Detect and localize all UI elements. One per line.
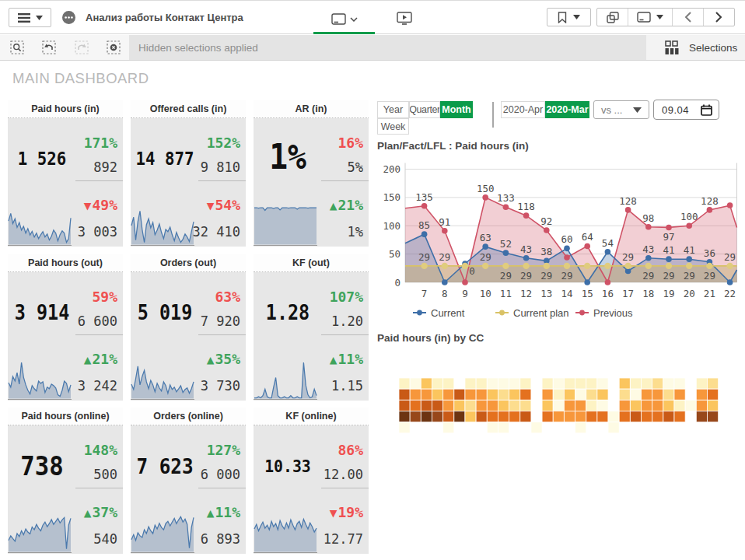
heatmap-cell[interactable] [443, 411, 454, 422]
legend-item-previous[interactable]: Previous [575, 306, 633, 319]
heatmap-cell[interactable] [421, 389, 432, 400]
heatmap-cell[interactable] [564, 411, 575, 422]
filter-item-week[interactable]: Week [377, 118, 409, 135]
heatmap-cell[interactable] [476, 400, 487, 411]
heatmap-cell[interactable] [630, 389, 641, 400]
heatmap-cell[interactable] [498, 389, 509, 400]
heatmap-cell[interactable] [642, 389, 652, 400]
filter-item-quarter[interactable]: Quarter [409, 101, 440, 118]
heatmap-cell[interactable] [443, 400, 454, 411]
heatmap-cell[interactable] [410, 411, 421, 422]
previous-sheet-button[interactable] [673, 9, 704, 26]
heatmap-cell[interactable] [696, 389, 707, 400]
heatmap-cell[interactable] [465, 378, 476, 389]
sheet-navigation-tab[interactable] [313, 5, 375, 33]
heatmap-cell[interactable] [642, 400, 652, 411]
heatmap-cell[interactable] [487, 378, 498, 389]
filter-item-month[interactable]: Month [440, 101, 473, 118]
heatmap-cell[interactable] [542, 389, 553, 400]
heatmap-cell[interactable] [553, 378, 564, 389]
linechart[interactable]: 0501001502007891011121314151617181920212… [373, 152, 745, 308]
heatmap-cell[interactable] [487, 411, 498, 422]
heatmap-cell[interactable] [476, 389, 487, 400]
heatmap-cell[interactable] [553, 389, 564, 400]
heatmap-cell[interactable] [619, 378, 630, 389]
heatmap-cell[interactable] [399, 422, 410, 433]
heatmap-cell[interactable] [410, 389, 421, 400]
heatmap-cell[interactable] [586, 411, 597, 422]
heatmap-cell[interactable] [707, 411, 718, 422]
heatmap-cell[interactable] [564, 378, 575, 389]
heatmap-cell[interactable] [630, 400, 641, 411]
selections-forward-button[interactable] [75, 40, 89, 54]
next-sheet-button[interactable] [704, 9, 734, 26]
heatmap-cell[interactable] [399, 400, 410, 411]
heatmap-cell[interactable] [399, 378, 410, 389]
heatmap-cell[interactable] [531, 422, 542, 433]
heatmap-cell[interactable] [509, 389, 520, 400]
heatmap-cell[interactable] [663, 400, 674, 411]
heatmap-cell[interactable] [498, 378, 509, 389]
date-input[interactable]: 09.04 [653, 100, 719, 120]
kpi-card[interactable]: KF (online)10.3386%12.00▼19%12.77 [254, 408, 369, 554]
heatmap-cell[interactable] [520, 411, 531, 422]
heatmap-cell[interactable] [520, 389, 531, 400]
heatmap-cell[interactable] [597, 400, 608, 411]
heatmap-cell[interactable] [410, 378, 421, 389]
heatmap-cell[interactable] [642, 378, 652, 389]
heatmap-cell[interactable] [696, 400, 707, 411]
heatmap-cell[interactable] [630, 411, 641, 422]
heatmap-cell[interactable] [454, 400, 465, 411]
heatmap-cell[interactable] [663, 378, 674, 389]
heatmap-cell[interactable] [608, 422, 619, 433]
heatmap-cell[interactable] [597, 411, 608, 422]
kpi-card[interactable]: KF (out)1.28107%1.20▲11%1.15 [254, 254, 369, 401]
kpi-card[interactable]: Paid hours (in)1 526171%892▼49%3 003 [8, 100, 123, 247]
heatmap-cell[interactable] [597, 389, 608, 400]
selections-back-button[interactable] [42, 40, 56, 54]
heatmap-cell[interactable] [575, 378, 586, 389]
kpi-card[interactable]: Paid hours (out)3 91459%6 600▲21%3 242 [8, 254, 123, 401]
heatmap-cell[interactable] [421, 400, 432, 411]
duplicate-sheet-button[interactable] [597, 9, 628, 26]
heatmap-cell[interactable] [542, 411, 553, 422]
heatmap-cell[interactable] [410, 400, 421, 411]
heatmap-cell[interactable] [685, 400, 696, 411]
heatmap-cell[interactable] [564, 389, 575, 400]
heatmap-cell[interactable] [399, 411, 410, 422]
heatmap-cell[interactable] [454, 411, 465, 422]
selections-tool-button[interactable]: Selections [646, 35, 745, 60]
heatmap-cell[interactable] [707, 389, 718, 400]
heatmap-cell[interactable] [575, 422, 586, 433]
heatmap-cell[interactable] [652, 411, 663, 422]
kpi-card[interactable]: Paid hours (online)738148%500▲37%540 [8, 408, 123, 554]
smart-search-button[interactable] [10, 40, 24, 54]
kpi-card[interactable]: Orders (out)5 01963%7 920▲35%3 730 [131, 254, 246, 401]
heatmap-cell[interactable] [707, 400, 718, 411]
legend-item-current[interactable]: Current [413, 306, 464, 319]
filter-item-2020-mar[interactable]: 2020-Mar [545, 101, 589, 118]
storytelling-button[interactable] [393, 9, 416, 27]
heatmap-cell[interactable] [575, 389, 586, 400]
kpi-card[interactable]: Offered calls (in)14 877152%9 810▼54%32 … [131, 100, 246, 247]
heatmap-cell[interactable] [443, 389, 454, 400]
heatmap-cell[interactable] [498, 411, 509, 422]
heatmap-cell[interactable] [520, 378, 531, 389]
filter-item-year[interactable]: Year [377, 101, 409, 118]
heatmap-cell[interactable] [421, 411, 432, 422]
heatmap-cell[interactable] [399, 389, 410, 400]
heatmap-cell[interactable] [432, 400, 442, 411]
heatmap-cell[interactable] [553, 400, 564, 411]
heatmap-cell[interactable] [465, 411, 476, 422]
heatmap-cell[interactable] [421, 378, 432, 389]
heatmap-cell[interactable] [642, 411, 652, 422]
heatmap-cell[interactable] [432, 389, 442, 400]
heatmap-cell[interactable] [696, 411, 707, 422]
heatmap-cell[interactable] [487, 400, 498, 411]
filter-item-2020-apr[interactable]: 2020-Apr [501, 101, 545, 118]
heatmap-cell[interactable] [498, 400, 509, 411]
heatmap-cell[interactable] [619, 411, 630, 422]
heatmap-cell[interactable] [575, 400, 586, 411]
heatmap-cell[interactable] [509, 400, 520, 411]
heatmap[interactable] [399, 378, 719, 433]
